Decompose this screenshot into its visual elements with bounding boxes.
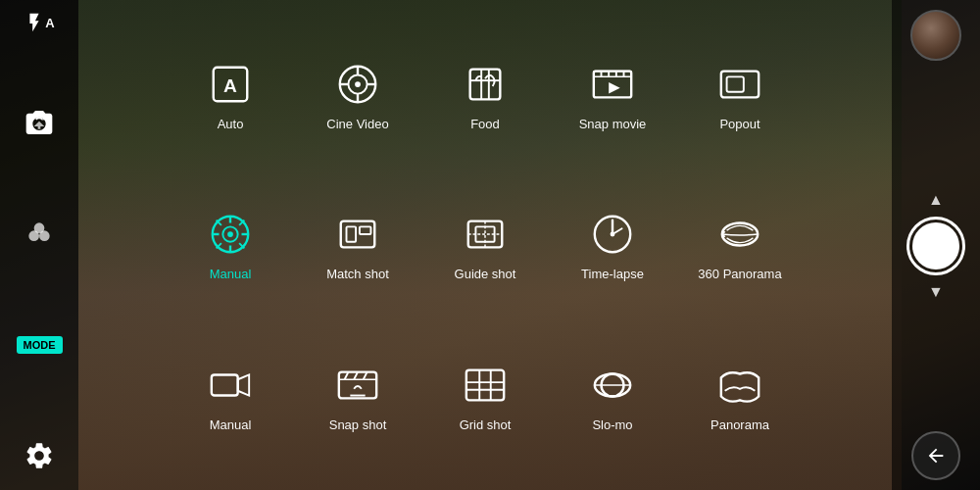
guide-shot-icon [459, 208, 512, 261]
snap-movie-label: Snap movie [579, 117, 647, 131]
snap-shot-icon [331, 359, 384, 412]
panorama-icon [713, 359, 766, 412]
mode-manual[interactable]: Manual [167, 200, 294, 289]
rotate-camera-icon [24, 107, 55, 138]
svg-marker-22 [609, 82, 620, 93]
mode-food[interactable]: Food [421, 50, 549, 139]
back-icon [925, 445, 947, 466]
manual-icon [204, 208, 257, 261]
mode-360-panorama[interactable]: 360 Panorama [676, 200, 804, 289]
svg-rect-54 [466, 369, 504, 400]
mode-cine-video[interactable]: Cine Video [294, 50, 421, 139]
snap-shot-label: Snap shot [329, 417, 387, 432]
left-sidebar: A MODE [0, 0, 78, 490]
effects-button[interactable] [17, 211, 62, 256]
mode-grid-shot[interactable]: Grid shot [421, 351, 549, 440]
shutter-area: ▲ ▼ [906, 191, 965, 301]
mode-slo-mo[interactable]: Slo-mo [549, 351, 676, 440]
mode-snap-movie[interactable]: Snap movie [549, 50, 676, 139]
svg-point-2 [34, 222, 45, 233]
svg-rect-24 [727, 76, 744, 91]
svg-text:A: A [223, 75, 237, 96]
svg-rect-38 [360, 227, 371, 235]
mode-button[interactable]: MODE [17, 322, 63, 368]
gallery-thumbnail[interactable] [910, 10, 961, 61]
back-button[interactable] [911, 431, 960, 480]
flash-auto-label: A [45, 16, 54, 30]
auto-icon: A [204, 58, 257, 111]
cine-video-icon [331, 58, 384, 111]
svg-rect-12 [470, 70, 501, 100]
settings-icon [24, 440, 55, 471]
shutter-inner [912, 222, 959, 270]
mode-match-shot[interactable]: Match shot [294, 200, 421, 289]
svg-rect-51 [212, 374, 238, 395]
mode-time-lapse[interactable]: Time-lapse [549, 200, 676, 289]
nav-up-button[interactable]: ▲ [928, 191, 944, 209]
mode-manual-video[interactable]: Manual [167, 351, 294, 440]
right-sidebar: ▲ ▼ [892, 0, 980, 490]
grid-shot-label: Grid shot [460, 417, 512, 432]
food-icon [459, 58, 512, 111]
time-lapse-icon [586, 208, 639, 261]
mode-auto[interactable]: A Auto [167, 50, 294, 139]
mode-snap-shot[interactable]: Snap shot [294, 351, 421, 440]
popout-label: Popout [719, 117, 760, 131]
manual-video-label: Manual [210, 417, 252, 432]
cine-video-label: Cine Video [326, 117, 388, 131]
mode-panorama[interactable]: Panorama [676, 351, 804, 440]
bottom-mode-row: Manual Snap shot [78, 351, 892, 440]
panorama-label: Panorama [710, 417, 769, 432]
snap-movie-icon [586, 58, 639, 111]
svg-rect-37 [347, 227, 357, 242]
settings-button[interactable] [17, 433, 62, 478]
main-content: A Auto Cine Video [78, 0, 892, 490]
svg-point-47 [611, 232, 615, 237]
manual-label: Manual [210, 267, 252, 281]
match-shot-icon [331, 208, 384, 261]
shutter-button[interactable] [906, 217, 965, 275]
time-lapse-label: Time-lapse [581, 267, 644, 281]
middle-mode-row: Manual Match shot [78, 200, 892, 289]
mode-badge: MODE [17, 336, 63, 354]
match-shot-label: Match shot [326, 267, 389, 281]
rotate-camera-button[interactable] [17, 100, 62, 145]
slo-mo-icon [586, 359, 639, 412]
manual-video-icon [204, 359, 257, 412]
mode-popout[interactable]: Popout [676, 50, 804, 139]
svg-marker-52 [238, 374, 250, 395]
flash-auto-button[interactable]: A [24, 12, 54, 33]
slo-mo-label: Slo-mo [592, 417, 632, 432]
svg-point-7 [355, 81, 361, 87]
grid-shot-icon [459, 359, 512, 412]
popout-icon [713, 58, 766, 111]
nav-down-button[interactable]: ▼ [928, 283, 944, 301]
360-panorama-label: 360 Panorama [698, 267, 781, 281]
svg-point-35 [227, 232, 233, 238]
guide-shot-label: Guide shot [455, 267, 516, 281]
auto-label: Auto [218, 117, 244, 131]
mode-guide-shot[interactable]: Guide shot [421, 200, 549, 289]
top-mode-row: A Auto Cine Video [78, 50, 892, 139]
effects-icon [24, 218, 55, 249]
360-panorama-icon [713, 208, 766, 261]
flash-icon [24, 12, 45, 33]
food-label: Food [470, 117, 500, 131]
